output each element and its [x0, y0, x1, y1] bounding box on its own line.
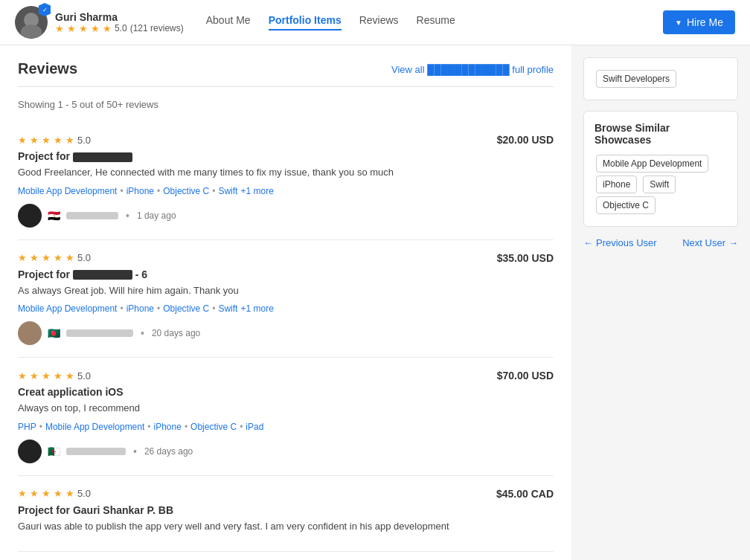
r2-tag-objc[interactable]: Objective C	[163, 303, 209, 314]
r3-flag: 🇩🇿	[48, 445, 60, 457]
r1-reviewer-name	[66, 212, 118, 219]
user-nav-row: ← Previous User Next User →	[583, 237, 738, 248]
profile-name: Guri Sharma	[55, 11, 184, 23]
r2-reviewer-avatar	[18, 321, 42, 345]
r1-rating: 5.0	[77, 135, 91, 146]
r1-project-title: Project for	[18, 150, 554, 162]
r2-tag-iphone[interactable]: iPhone	[126, 303, 154, 314]
r4-star3: ★	[42, 488, 51, 499]
r1-price: $20.00 USD	[497, 134, 554, 146]
r2-price: $35.00 USD	[497, 252, 554, 264]
review-item: ★ ★ ★ ★ ★ 5.0 $70.00 USD Creat applicati…	[18, 358, 554, 476]
r4-star1: ★	[18, 488, 27, 499]
nav-portfolio-items[interactable]: Portfolio Items	[269, 14, 342, 30]
r1-star5: ★	[65, 135, 74, 146]
r2-tags: Mobile App Development • iPhone • Object…	[18, 303, 554, 314]
profile-info: ✓ Guri Sharma ★ ★ ★ ★ ★ 5.0 (121 reviews…	[15, 6, 184, 39]
r2-star1: ★	[18, 252, 27, 263]
header: ✓ Guri Sharma ★ ★ ★ ★ ★ 5.0 (121 reviews…	[0, 0, 750, 45]
r4-rating: 5.0	[77, 488, 91, 499]
r3-tags: PHP • Mobile App Development • iPhone • …	[18, 422, 554, 432]
nav-resume[interactable]: Resume	[417, 14, 455, 30]
view-full-profile-link[interactable]: View all ████████████ full profile	[391, 64, 554, 75]
r3-time: 26 days ago	[144, 446, 193, 457]
r2-time: 20 days ago	[152, 328, 200, 338]
review-stars: ★ ★ ★ ★ ★ 5.0	[18, 135, 91, 146]
r3-tag-ipad[interactable]: iPad	[246, 422, 263, 432]
r2-star2: ★	[30, 252, 39, 263]
r1-tag-objc[interactable]: Objective C	[163, 186, 209, 196]
r3-star1: ★	[18, 370, 27, 382]
swift-developers-card: Swift Developers	[583, 57, 738, 100]
profile-meta: Guri Sharma ★ ★ ★ ★ ★ 5.0 (121 reviews)	[55, 11, 184, 34]
showing-text: Showing 1 - 5 out of 50+ reviews	[18, 99, 554, 110]
r3-review-text: Always on top, I recommend	[18, 401, 554, 416]
shield-icon: ✓	[42, 7, 48, 13]
nav-reviews[interactable]: Reviews	[359, 14, 399, 30]
r1-star1: ★	[18, 135, 27, 146]
r2-tag-mobile[interactable]: Mobile App Development	[18, 303, 117, 314]
r4-star5: ★	[65, 488, 74, 499]
browse-tag-swift[interactable]: Swift	[643, 176, 676, 193]
hire-me-button[interactable]: ▼ Hire Me	[663, 10, 735, 34]
review-stars: ★ ★ ★ ★ ★ 5.0	[18, 488, 91, 499]
review-top: ★ ★ ★ ★ ★ 5.0 $70.00 USD	[18, 370, 554, 382]
r4-review-text: Gauri was able to publish the app very w…	[18, 519, 554, 534]
r3-reviewer-row: 🇩🇿 • 26 days ago	[18, 440, 554, 463]
prev-user-label: Previous User	[596, 237, 657, 248]
r3-star2: ★	[30, 370, 39, 382]
page-layout: Reviews View all ████████████ full profi…	[0, 45, 750, 560]
avatar-wrap: ✓	[15, 6, 48, 39]
review-stars: ★ ★ ★ ★ ★ 5.0	[18, 370, 91, 382]
review-top: ★ ★ ★ ★ ★ 5.0 $35.00 USD	[18, 252, 554, 264]
r1-time: 1 day ago	[137, 210, 176, 221]
star-4: ★	[91, 23, 100, 34]
r1-flag: 🇪🇬	[48, 210, 60, 222]
r3-tag-iphone[interactable]: iPhone	[154, 422, 182, 432]
prev-user-link[interactable]: ← Previous User	[583, 237, 657, 248]
r2-reviewer-row: 🇧🇩 • 20 days ago	[18, 321, 554, 345]
r1-dot3: •	[212, 186, 215, 196]
r2-rating: 5.0	[77, 252, 91, 263]
hire-me-arrow: ▼	[675, 19, 682, 27]
r1-tag-mobile[interactable]: Mobile App Development	[18, 186, 117, 196]
r4-star2: ★	[30, 488, 39, 499]
r2-project-title: Project for - 6	[18, 268, 554, 280]
r1-tag-more[interactable]: +1 more	[240, 186, 273, 196]
r1-reviewer-avatar	[18, 204, 42, 228]
r3-tag-objc[interactable]: Objective C	[190, 422, 237, 432]
reviews-title: Reviews	[18, 60, 77, 77]
r2-reviewer-name	[66, 329, 133, 337]
browse-tag-iphone[interactable]: iPhone	[596, 176, 637, 193]
r2-tag-swift[interactable]: Swift	[218, 303, 237, 314]
r3-tag-php[interactable]: PHP	[18, 422, 36, 432]
star-3: ★	[79, 23, 88, 34]
r2-star4: ★	[54, 252, 62, 263]
swift-developers-tag[interactable]: Swift Developers	[596, 70, 676, 88]
next-user-link[interactable]: Next User →	[682, 237, 738, 248]
r3-star5: ★	[65, 370, 74, 382]
browse-similar-title: Browse Similar Showcases	[594, 122, 727, 146]
sidebar: Swift Developers Browse Similar Showcase…	[571, 45, 750, 560]
r1-star4: ★	[54, 135, 62, 146]
review-item: ★ ★ ★ ★ ★ 5.0 $45.00 CAD Project for Gau…	[18, 476, 554, 553]
r1-star2: ★	[30, 135, 39, 146]
review-stars: ★ ★ ★ ★ ★ 5.0	[18, 252, 91, 263]
review-top: ★ ★ ★ ★ ★ 5.0 $20.00 USD	[18, 134, 554, 146]
browse-tag-mobile[interactable]: Mobile App Development	[596, 155, 708, 173]
r2-tag-more[interactable]: +1 more	[240, 303, 273, 314]
r1-tag-iphone[interactable]: iPhone	[126, 186, 154, 196]
next-user-label: Next User	[682, 237, 725, 248]
browse-similar-card: Browse Similar Showcases Mobile App Deve…	[583, 111, 738, 227]
r1-tag-swift[interactable]: Swift	[218, 186, 237, 196]
browse-tag-objc[interactable]: Objective C	[596, 196, 656, 214]
avatar-body	[21, 25, 42, 38]
r3-tag-mobile[interactable]: Mobile App Development	[45, 422, 144, 432]
r1-tags: Mobile App Development • iPhone • Object…	[18, 186, 554, 196]
rating-value: 5.0	[115, 23, 127, 33]
star-5: ★	[103, 23, 112, 34]
nav-about-me[interactable]: About Me	[206, 14, 251, 30]
r1-star3: ★	[42, 135, 51, 146]
r3-price: $70.00 USD	[497, 370, 554, 382]
r1-review-text: Good Freelancer, He connected with me ma…	[18, 165, 554, 180]
